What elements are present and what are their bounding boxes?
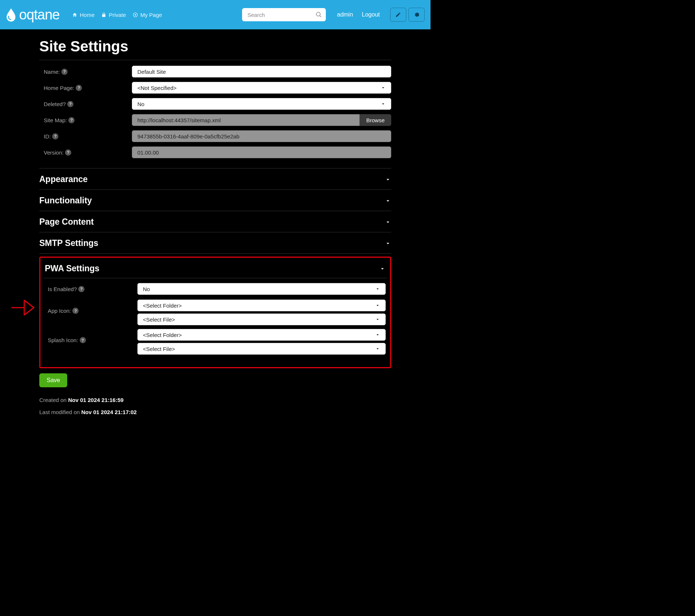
accordion-title-page-content: Page Content bbox=[39, 217, 94, 227]
label-name: Name: ? bbox=[39, 69, 132, 75]
select-splash-icon-file[interactable]: <Select File> bbox=[137, 343, 386, 355]
help-icon[interactable]: ? bbox=[76, 85, 82, 91]
input-version: 01.00.00 bbox=[132, 146, 391, 158]
page-title: Site Settings bbox=[39, 38, 391, 60]
help-icon[interactable]: ? bbox=[78, 286, 84, 292]
chevron-down-icon bbox=[385, 198, 391, 204]
accordion-appearance: Appearance bbox=[39, 168, 391, 190]
label-pwa-app-icon: App Icon: ? bbox=[45, 308, 137, 314]
label-deleted: Deleted? ? bbox=[39, 101, 132, 107]
label-pwa-is-enabled: Is Enabled? ? bbox=[45, 286, 137, 292]
svg-point-1 bbox=[135, 14, 136, 15]
save-button[interactable]: Save bbox=[39, 373, 67, 387]
row-deleted: Deleted? ? No bbox=[39, 97, 391, 111]
browse-button[interactable]: Browse bbox=[360, 114, 391, 126]
edit-button[interactable] bbox=[390, 8, 406, 22]
admin-link[interactable]: admin bbox=[337, 11, 353, 18]
logo-text: oqtane bbox=[19, 7, 60, 23]
accordion-header-smtp[interactable]: SMTP Settings bbox=[39, 232, 391, 253]
select-app-icon-file-value: <Select File> bbox=[143, 316, 175, 323]
row-homepage: Home Page: ? <Not Specified> bbox=[39, 81, 391, 95]
pencil-icon bbox=[395, 12, 401, 18]
row-pwa-is-enabled: Is Enabled? ? No bbox=[45, 282, 386, 296]
row-id: ID: ? 9473855b-0316-4aaf-809e-0a5cfb25e2… bbox=[39, 129, 391, 143]
chevron-down-icon bbox=[385, 176, 391, 183]
select-homepage[interactable]: <Not Specified> bbox=[132, 82, 391, 94]
chevron-down-icon bbox=[375, 303, 380, 308]
search-input[interactable] bbox=[242, 8, 326, 21]
help-icon[interactable]: ? bbox=[72, 308, 79, 314]
accordion-page-content: Page Content bbox=[39, 211, 391, 232]
modified-on: Last modified on Nov 01 2024 21:17:02 bbox=[39, 409, 391, 415]
select-app-icon-folder[interactable]: <Select Folder> bbox=[137, 300, 386, 311]
accordion-title-smtp: SMTP Settings bbox=[39, 238, 98, 248]
chevron-down-icon bbox=[375, 317, 380, 322]
logout-link[interactable]: Logout bbox=[362, 11, 380, 18]
search-wrap bbox=[242, 8, 326, 21]
select-splash-icon-file-value: <Select File> bbox=[143, 346, 175, 352]
main-container: Site Settings Name: ? Home Page: ? <Not … bbox=[39, 29, 391, 415]
lock-icon bbox=[101, 12, 107, 18]
nav-private[interactable]: Private bbox=[99, 12, 128, 18]
accordion-functionality: Functionality bbox=[39, 190, 391, 211]
label-sitemap: Site Map: ? bbox=[39, 117, 132, 123]
input-id: 9473855b-0316-4aaf-809e-0a5cfb25e2ab bbox=[132, 130, 391, 142]
accordion-header-page-content[interactable]: Page Content bbox=[39, 211, 391, 232]
accordion-smtp: SMTP Settings bbox=[39, 232, 391, 254]
chevron-down-icon bbox=[379, 265, 386, 272]
chevron-down-icon bbox=[385, 240, 391, 247]
help-icon[interactable]: ? bbox=[61, 69, 68, 75]
nav-mypage-label: My Page bbox=[140, 12, 162, 18]
label-version: Version: ? bbox=[39, 149, 132, 156]
nav-home-label: Home bbox=[80, 12, 94, 18]
accordion-header-pwa[interactable]: PWA Settings bbox=[43, 260, 387, 278]
select-pwa-is-enabled[interactable]: No bbox=[137, 283, 386, 295]
chevron-down-icon bbox=[375, 286, 380, 291]
row-version: Version: ? 01.00.00 bbox=[39, 145, 391, 159]
logo[interactable]: oqtane bbox=[4, 7, 60, 23]
arrow-annotation-icon bbox=[11, 298, 35, 317]
select-deleted[interactable]: No bbox=[132, 98, 391, 110]
row-pwa-splash-icon: Splash Icon: ? <Select Folder> <Select F… bbox=[45, 327, 386, 355]
row-sitemap: Site Map: ? http://localhost:44357/sitem… bbox=[39, 113, 391, 127]
search-icon[interactable] bbox=[316, 11, 322, 18]
accordion-title-appearance: Appearance bbox=[39, 174, 88, 184]
select-app-icon-folder-value: <Select Folder> bbox=[143, 302, 182, 309]
pwa-body: Is Enabled? ? No App Icon: ? <S bbox=[43, 278, 387, 355]
pwa-highlight-box: PWA Settings Is Enabled? ? No App Ico bbox=[39, 257, 391, 368]
accordion-title-pwa: PWA Settings bbox=[45, 264, 100, 273]
accordion-header-functionality[interactable]: Functionality bbox=[39, 190, 391, 211]
navbar: oqtane Home Private My Page admin Logout bbox=[0, 0, 431, 29]
input-sitemap: http://localhost:44357/sitemap.xml bbox=[132, 114, 360, 126]
help-icon[interactable]: ? bbox=[80, 337, 86, 343]
select-splash-icon-folder-value: <Select Folder> bbox=[143, 332, 182, 338]
accordion-header-appearance[interactable]: Appearance bbox=[39, 169, 391, 189]
input-name[interactable] bbox=[132, 66, 391, 77]
row-pwa-app-icon: App Icon: ? <Select Folder> <Select File… bbox=[45, 298, 386, 325]
nav-links: Home Private My Page bbox=[70, 12, 164, 18]
chevron-down-icon bbox=[375, 332, 380, 337]
chevron-down-icon bbox=[385, 219, 391, 225]
help-icon[interactable]: ? bbox=[67, 101, 73, 107]
row-name: Name: ? bbox=[39, 65, 391, 79]
gear-icon bbox=[414, 12, 419, 18]
select-homepage-value: <Not Specified> bbox=[137, 85, 177, 91]
logo-droplet-icon bbox=[4, 7, 18, 22]
select-splash-icon-folder[interactable]: <Select Folder> bbox=[137, 329, 386, 341]
label-pwa-splash-icon: Splash Icon: ? bbox=[45, 337, 137, 343]
nav-mypage[interactable]: My Page bbox=[130, 12, 164, 18]
target-icon bbox=[133, 12, 138, 18]
select-app-icon-file[interactable]: <Select File> bbox=[137, 314, 386, 325]
help-icon[interactable]: ? bbox=[52, 133, 58, 139]
settings-button[interactable] bbox=[408, 8, 425, 22]
right-links: admin Logout bbox=[337, 8, 425, 22]
created-on: Created on Nov 01 2024 21:16:59 bbox=[39, 397, 391, 403]
home-icon bbox=[72, 12, 78, 18]
chevron-down-icon bbox=[375, 346, 380, 351]
chevron-down-icon bbox=[381, 85, 386, 90]
help-icon[interactable]: ? bbox=[68, 117, 75, 123]
label-id: ID: ? bbox=[39, 133, 132, 139]
nav-home[interactable]: Home bbox=[70, 12, 97, 18]
help-icon[interactable]: ? bbox=[65, 149, 71, 156]
accordion-title-functionality: Functionality bbox=[39, 196, 92, 206]
